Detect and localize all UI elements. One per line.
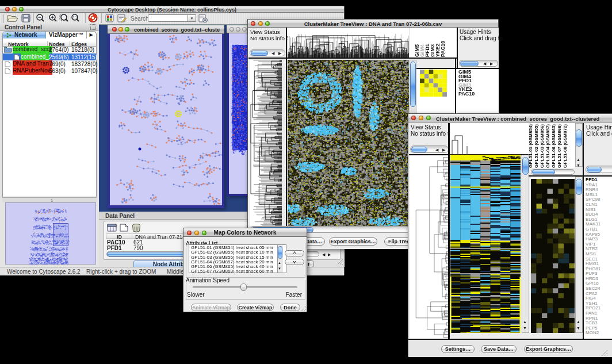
svg-text:1:1: 1:1 (73, 16, 77, 19)
